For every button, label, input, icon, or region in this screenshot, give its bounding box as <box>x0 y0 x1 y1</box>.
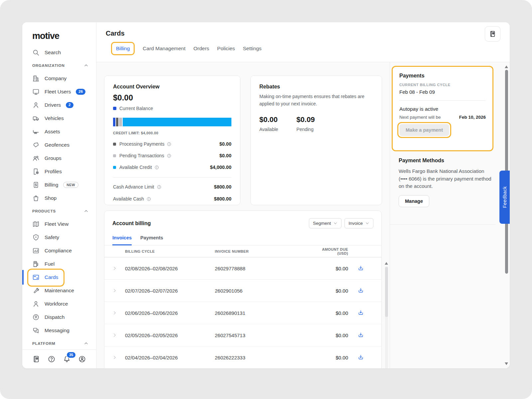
download-icon[interactable] <box>357 287 364 294</box>
payment-methods-title: Payment Methods <box>399 158 492 164</box>
next-payment-label: Next payment will be <box>399 115 441 120</box>
next-payment-date: Feb 10, 2026 <box>459 115 486 120</box>
sidebar-item-vehicles[interactable]: Vehicles <box>22 112 96 125</box>
manage-button[interactable]: Manage <box>399 195 429 207</box>
tab-billing[interactable]: Billing <box>116 46 130 51</box>
current-balance-value: $0.00 <box>113 93 231 102</box>
help-icon[interactable] <box>48 355 56 363</box>
chevron-up-icon <box>83 208 89 214</box>
sidebar-item-search[interactable]: Search <box>22 46 96 59</box>
content-area: Account Overview $0.00 Current Balance C… <box>96 62 510 368</box>
chevron-right-icon[interactable] <box>112 311 117 315</box>
fuel-pump-icon <box>32 260 40 268</box>
sidebar-item-label: Dispatch <box>45 314 65 320</box>
rebates-available-label: Available <box>259 127 278 132</box>
available-credit-row: Available Credit $4,000.00 <box>113 165 231 170</box>
download-icon[interactable] <box>357 354 364 361</box>
logbook-pin-icon <box>489 34 496 39</box>
sidebar-item-assets[interactable]: Assets <box>22 125 96 138</box>
logbook-icon[interactable] <box>32 355 40 363</box>
guide-button[interactable] <box>485 26 500 42</box>
info-icon[interactable] <box>157 185 162 190</box>
info-icon[interactable] <box>154 165 159 170</box>
table-scrollbar[interactable] <box>385 260 388 368</box>
sidebar-item-fleet-users[interactable]: Fleet Users 26 <box>22 85 96 98</box>
subtab-invoices[interactable]: Invoices <box>112 235 132 245</box>
download-icon[interactable] <box>357 265 364 272</box>
sidebar-item-safety[interactable]: Safety <box>22 231 96 244</box>
sidebar-item-drivers[interactable]: Drivers 2 <box>22 98 96 112</box>
sidebar-item-groups[interactable]: Groups <box>22 152 96 165</box>
download-icon[interactable] <box>357 332 364 338</box>
column-amount-due: AMOUNT DUE (USD) <box>312 247 348 255</box>
payment-methods-description: Wells Fargo Bank National Association (•… <box>399 168 492 190</box>
rebates-title: Rebates <box>259 84 373 90</box>
make-payment-button[interactable]: Make a payment <box>399 124 449 136</box>
chevron-right-icon[interactable] <box>112 333 117 337</box>
amount-due-cell: $0.00 <box>312 332 348 338</box>
tab-card-management[interactable]: Card Management <box>143 46 185 52</box>
sidebar-item-billing[interactable]: Billing NEW <box>22 178 96 192</box>
info-icon[interactable] <box>146 197 151 201</box>
people-icon <box>32 155 40 162</box>
row-label: Cash Advance Limit <box>113 184 154 190</box>
scrollbar-thumb[interactable] <box>385 267 388 317</box>
sidebar-item-cards[interactable]: Cards <box>22 271 96 284</box>
sidebar-item-compliance[interactable]: Compliance <box>22 244 96 257</box>
tab-policies[interactable]: Policies <box>217 46 235 52</box>
table-row[interactable]: 02/06/2026–02/06/2026 26026890131 $0.00 <box>104 302 381 324</box>
app-window: motive Search ORGANIZATION Company Fleet… <box>22 22 510 368</box>
notifications-bell-icon[interactable]: 35 <box>63 355 71 363</box>
next-payment-row: Next payment will be Feb 10, 2026 <box>399 115 486 120</box>
chevron-right-icon[interactable] <box>112 288 117 293</box>
tab-settings[interactable]: Settings <box>243 46 262 52</box>
balance-legend-label: Current Balance <box>119 106 153 111</box>
wrench-icon <box>32 287 40 294</box>
invoice-filter-dropdown[interactable]: Invoice <box>344 218 373 228</box>
sidebar-item-label: Shop <box>45 195 57 201</box>
sidebar-item-label: Fleet View <box>45 221 68 227</box>
sidebar-item-fuel[interactable]: Fuel <box>22 257 96 271</box>
sidebar-section-organization[interactable]: ORGANIZATION <box>22 59 96 72</box>
scroll-up-arrow[interactable] <box>505 66 508 68</box>
map-icon <box>32 220 40 228</box>
sidebar-item-dispatch[interactable]: Dispatch <box>22 311 96 324</box>
subtab-payments[interactable]: Payments <box>140 235 163 245</box>
new-pill: NEW <box>63 182 78 188</box>
sidebar-item-label: Geofences <box>45 142 69 148</box>
table-row[interactable]: 02/07/2026–02/07/2026 2602901056 $0.00 <box>104 280 381 302</box>
chevron-right-icon[interactable] <box>112 355 117 360</box>
sidebar-item-label: Vehicles <box>45 115 64 121</box>
sidebar-item-fleet-view[interactable]: Fleet View <box>22 217 96 231</box>
table-row[interactable]: 02/05/2026–02/05/2026 26027545713 $0.00 <box>104 324 381 346</box>
sidebar-item-geofences[interactable]: Geofences <box>22 138 96 152</box>
table-row[interactable]: 02/04/2026–02/04/2026 26026222333 $0.00 <box>104 346 381 368</box>
info-icon[interactable] <box>167 153 172 158</box>
section-label: PRODUCTS <box>32 209 56 213</box>
scroll-down-arrow[interactable] <box>505 362 508 365</box>
feedback-tab[interactable]: Feedback <box>499 171 510 224</box>
sidebar-item-shop[interactable]: Shop <box>22 192 96 205</box>
table-row[interactable]: 02/08/2026–02/08/2026 26029778888 $0.00 <box>104 257 381 280</box>
segment-filter-dropdown[interactable]: Segment <box>309 218 341 228</box>
sidebar-item-maintenance[interactable]: Maintenance <box>22 284 96 297</box>
sidebar-item-messaging[interactable]: Messaging <box>22 324 96 337</box>
credit-limit-label: CREDIT LIMIT: $4,000.00 <box>113 131 231 135</box>
account-icon[interactable] <box>78 355 86 363</box>
page-background: motive Search ORGANIZATION Company Fleet… <box>0 0 532 399</box>
invoice-dollar-icon <box>32 181 40 189</box>
download-icon[interactable] <box>357 310 364 316</box>
sidebar-section-platform[interactable]: PLATFORM <box>22 337 96 349</box>
billing-filters: Segment Invoice <box>309 218 373 228</box>
amount-due-cell: $0.00 <box>312 355 348 360</box>
sidebar-footer: 35 <box>22 349 96 368</box>
sidebar-section-products[interactable]: PRODUCTS <box>22 205 96 217</box>
info-icon[interactable] <box>167 142 172 147</box>
tab-orders[interactable]: Orders <box>194 46 209 52</box>
row-label: Pending Transactions <box>119 153 164 158</box>
sidebar-item-company[interactable]: Company <box>22 72 96 85</box>
sidebar-item-workforce[interactable]: Workforce <box>22 297 96 311</box>
scroll-up-arrow[interactable] <box>385 262 388 265</box>
sidebar-item-profiles[interactable]: Profiles <box>22 165 96 178</box>
chevron-right-icon[interactable] <box>112 266 117 271</box>
